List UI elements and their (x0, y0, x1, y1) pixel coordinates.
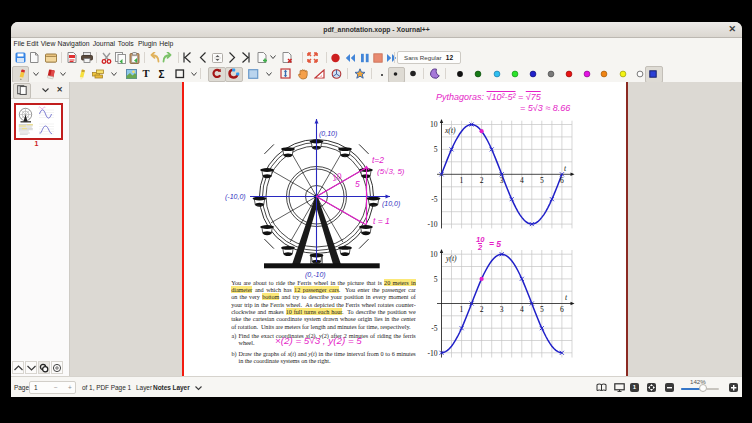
svg-text:-10: -10 (427, 349, 437, 358)
svg-text:10: 10 (331, 171, 343, 183)
svg-text:y(t): y(t) (445, 254, 457, 263)
svg-text:(10,0): (10,0) (382, 200, 400, 208)
svg-text:x(t): x(t) (444, 126, 456, 135)
svg-text:1: 1 (460, 305, 464, 314)
svg-text:(5√3, 5): (5√3, 5) (377, 167, 405, 176)
svg-text:3: 3 (500, 305, 504, 314)
svg-text:5: 5 (434, 275, 438, 284)
svg-text:2: 2 (480, 176, 484, 185)
svg-text:4: 4 (520, 176, 524, 185)
svg-text:5: 5 (540, 176, 544, 185)
svg-text:3: 3 (500, 176, 504, 185)
svg-text:4: 4 (520, 305, 524, 314)
svg-text:6: 6 (560, 176, 564, 185)
svg-text:5: 5 (540, 305, 544, 314)
svg-text:6: 6 (560, 305, 564, 314)
svg-text:t = 1: t = 1 (373, 216, 390, 226)
svg-text:10: 10 (430, 120, 438, 129)
svg-text:5: 5 (434, 145, 438, 154)
svg-text:1: 1 (460, 176, 464, 185)
svg-text:5: 5 (355, 179, 360, 189)
svg-text:-5: -5 (431, 324, 438, 333)
svg-text:(0,10): (0,10) (319, 130, 337, 138)
svg-text:t=2: t=2 (372, 155, 384, 165)
svg-text:t: t (565, 293, 568, 302)
svg-text:2: 2 (480, 305, 484, 314)
svg-text:-10: -10 (427, 220, 437, 229)
svg-text:(-10,0): (-10,0) (225, 193, 246, 201)
svg-text:t: t (564, 164, 567, 173)
svg-text:-5: -5 (431, 195, 438, 204)
svg-text:10: 10 (430, 250, 438, 259)
